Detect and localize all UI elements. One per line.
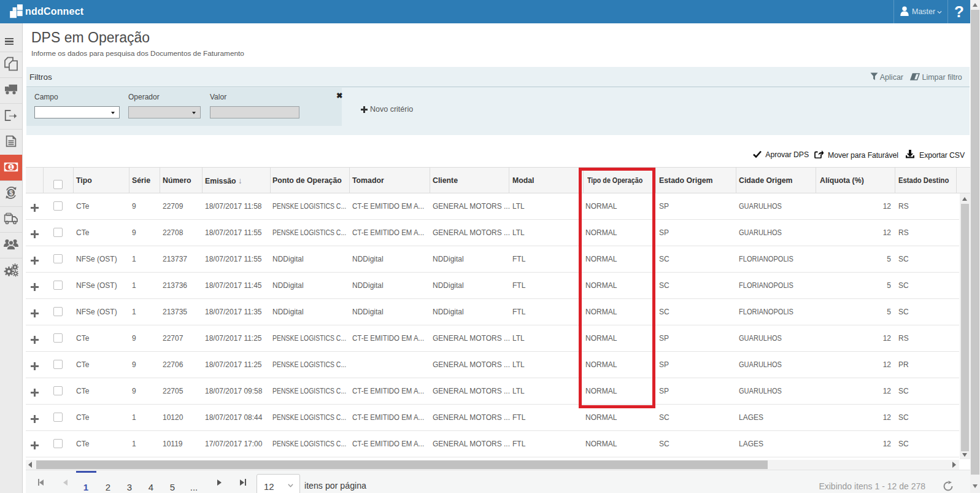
svg-text:$: $ xyxy=(9,189,13,196)
svg-text:1: 1 xyxy=(9,163,13,170)
